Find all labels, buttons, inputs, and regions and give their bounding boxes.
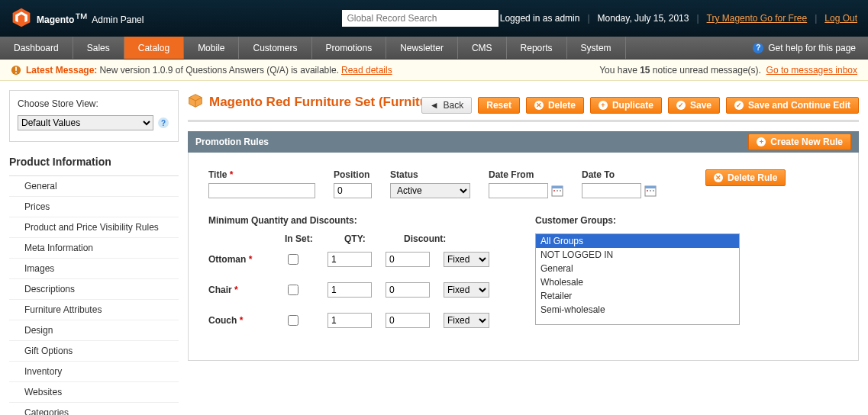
logout-link[interactable]: Log Out bbox=[824, 13, 857, 24]
calendar-icon[interactable] bbox=[644, 185, 657, 197]
read-details-link[interactable]: Read details bbox=[341, 65, 392, 76]
group-option[interactable]: NOT LOGGED IN bbox=[536, 248, 739, 262]
rule-position-input[interactable] bbox=[334, 183, 372, 198]
customer-groups-area: Customer Groups: All GroupsNOT LOGGED IN… bbox=[535, 215, 838, 343]
customer-groups-list[interactable]: All GroupsNOT LOGGED INGeneralWholesaleR… bbox=[535, 233, 740, 325]
nav-customers[interactable]: Customers bbox=[239, 37, 311, 59]
back-button[interactable]: ◄ Back bbox=[421, 97, 473, 114]
tab-categories[interactable]: Categories bbox=[9, 403, 179, 415]
nav-newsletter[interactable]: Newsletter bbox=[386, 37, 458, 59]
group-option[interactable]: Wholesale bbox=[536, 275, 739, 289]
page-title: Magento Red Furniture Set (Furniture) bbox=[209, 95, 444, 110]
date-to-input[interactable] bbox=[582, 183, 641, 198]
row-name: Chair * bbox=[208, 285, 271, 295]
tab-prices[interactable]: Prices bbox=[9, 197, 179, 217]
latest-message-text: New version 1.0.9 of Questions Answers (… bbox=[99, 65, 338, 76]
nav-help[interactable]: ?Get help for this page bbox=[753, 37, 868, 59]
nav-cms[interactable]: CMS bbox=[458, 37, 507, 59]
tab-inventory[interactable]: Inventory bbox=[9, 362, 179, 382]
logged-in-text: Logged in as admin bbox=[500, 13, 580, 24]
delete-x-icon: ✕ bbox=[714, 173, 723, 182]
save-continue-button[interactable]: ✓ Save and Continue Edit bbox=[726, 97, 859, 114]
status-label: Status bbox=[390, 169, 470, 180]
group-option[interactable]: General bbox=[536, 262, 739, 275]
nav-reports[interactable]: Reports bbox=[507, 37, 567, 59]
group-option[interactable]: Retailer bbox=[536, 289, 739, 303]
content-area: Magento Red Furniture Set (Furniture) ◄ … bbox=[188, 90, 859, 415]
delete-rule-button[interactable]: ✕ Delete Rule bbox=[705, 169, 786, 186]
delete-x-icon: ✕ bbox=[534, 101, 544, 110]
main-nav: DashboardSalesCatalogMobileCustomersProm… bbox=[0, 37, 868, 60]
product-info-tabs: GeneralPricesProduct and Price Visibilit… bbox=[9, 176, 179, 415]
messages-inbox-link[interactable]: Go to messages inbox bbox=[766, 65, 857, 76]
nav-dashboard[interactable]: Dashboard bbox=[0, 37, 73, 59]
discount-input[interactable] bbox=[386, 252, 430, 267]
global-search-input[interactable] bbox=[342, 10, 499, 27]
in-set-checkbox[interactable] bbox=[288, 315, 298, 326]
qty-input[interactable] bbox=[328, 313, 372, 328]
rule-title-input[interactable] bbox=[208, 183, 315, 198]
save-button[interactable]: ✓ Save bbox=[668, 97, 720, 114]
date-from-input[interactable] bbox=[489, 183, 548, 198]
tab-websites[interactable]: Websites bbox=[9, 382, 179, 403]
in-set-checkbox[interactable] bbox=[288, 254, 298, 265]
tab-images[interactable]: Images bbox=[9, 259, 179, 279]
create-rule-button[interactable]: + Create New Rule bbox=[748, 134, 851, 150]
sidebar: Choose Store View: Default Values ? Prod… bbox=[9, 90, 179, 415]
qty-input[interactable] bbox=[328, 252, 372, 267]
nav-sales[interactable]: Sales bbox=[73, 37, 124, 59]
product-info-heading: Product Information bbox=[9, 150, 179, 176]
section-body: Title * Position Status Active Date From bbox=[188, 153, 859, 361]
svg-rect-3 bbox=[15, 66, 17, 70]
group-option[interactable]: Semi-wholesale bbox=[536, 303, 739, 317]
brand-text: Magento™ Admin Panel bbox=[37, 11, 144, 27]
tab-product-and-price-visibility-rules[interactable]: Product and Price Visibility Rules bbox=[9, 217, 179, 238]
title-label: Title * bbox=[208, 169, 315, 180]
header-bar: Magento™ Admin Panel Logged in as admin … bbox=[0, 0, 868, 37]
header-right: Logged in as admin | Monday, July 15, 20… bbox=[500, 13, 857, 24]
discount-input[interactable] bbox=[386, 282, 430, 298]
reset-button[interactable]: Reset bbox=[478, 97, 520, 114]
store-view-select[interactable]: Default Values bbox=[18, 115, 153, 130]
tab-meta-information[interactable]: Meta Information bbox=[9, 238, 179, 259]
discount-row: Chair *Fixed bbox=[208, 282, 489, 298]
svg-rect-10 bbox=[557, 190, 558, 191]
logo: Magento™ Admin Panel bbox=[11, 7, 144, 31]
discount-type-select[interactable]: Fixed bbox=[444, 313, 489, 328]
discount-row: Ottoman *Fixed bbox=[208, 252, 489, 267]
discount-type-select[interactable]: Fixed bbox=[444, 252, 489, 267]
discount-input[interactable] bbox=[386, 313, 430, 328]
tab-gift-options[interactable]: Gift Options bbox=[9, 341, 179, 362]
magento-icon bbox=[11, 7, 32, 31]
in-set-checkbox[interactable] bbox=[288, 285, 298, 295]
position-label: Position bbox=[334, 169, 372, 180]
nav-catalog[interactable]: Catalog bbox=[124, 37, 184, 59]
tab-design[interactable]: Design bbox=[9, 320, 179, 341]
discount-type-select[interactable]: Fixed bbox=[444, 282, 489, 298]
header-date: Monday, July 15, 2013 bbox=[598, 13, 689, 24]
try-magento-link[interactable]: Try Magento Go for Free bbox=[707, 13, 808, 24]
svg-rect-14 bbox=[647, 190, 648, 191]
calendar-icon[interactable] bbox=[551, 185, 563, 197]
tab-furniture-attributes[interactable]: Furniture Attributes bbox=[9, 300, 179, 320]
nav-system[interactable]: System bbox=[567, 37, 626, 59]
rule-status-select[interactable]: Active bbox=[390, 183, 470, 198]
delete-button[interactable]: ✕ Delete bbox=[526, 97, 584, 114]
svg-rect-13 bbox=[645, 186, 656, 188]
svg-marker-0 bbox=[13, 8, 31, 27]
groups-title: Customer Groups: bbox=[535, 215, 838, 226]
help-hint-icon[interactable]: ? bbox=[158, 117, 169, 128]
nav-promotions[interactable]: Promotions bbox=[312, 37, 387, 59]
tab-general[interactable]: General bbox=[9, 176, 179, 197]
svg-rect-15 bbox=[650, 190, 651, 191]
duplicate-button[interactable]: + Duplicate bbox=[590, 97, 662, 114]
tab-descriptions[interactable]: Descriptions bbox=[9, 279, 179, 300]
discounts-header: In Set: QTY: Discount: bbox=[208, 233, 489, 244]
nav-mobile[interactable]: Mobile bbox=[184, 37, 239, 59]
store-view-box: Choose Store View: Default Values ? bbox=[9, 90, 179, 142]
group-option[interactable]: All Groups bbox=[536, 234, 739, 248]
qty-input[interactable] bbox=[328, 282, 372, 298]
product-icon bbox=[188, 93, 203, 111]
check-icon: ✓ bbox=[676, 101, 686, 110]
discounts-title: Minimum Quantity and Discounts: bbox=[208, 215, 489, 226]
